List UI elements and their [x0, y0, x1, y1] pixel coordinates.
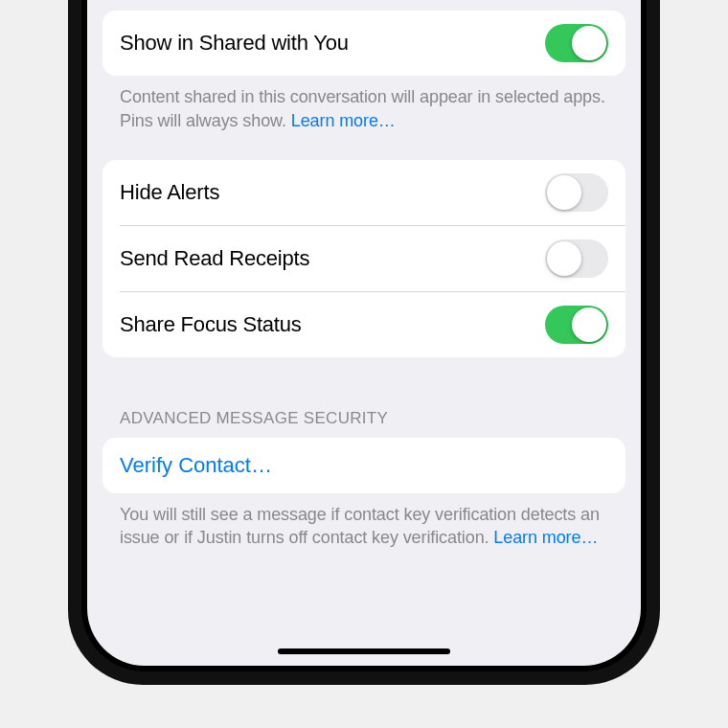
home-indicator[interactable]: [278, 648, 450, 654]
share-focus-status-toggle[interactable]: [545, 306, 608, 344]
send-read-receipts-toggle[interactable]: [545, 239, 608, 278]
share-focus-status-row[interactable]: Share Focus Status: [120, 291, 626, 357]
security-learn-more-link[interactable]: Learn more…: [493, 528, 598, 547]
send-read-receipts-row[interactable]: Send Read Receipts: [120, 225, 626, 291]
shared-with-you-footer: Content shared in this conversation will…: [102, 76, 626, 133]
show-in-shared-with-you-toggle[interactable]: [545, 24, 608, 62]
shared-with-you-learn-more-link[interactable]: Learn more…: [291, 111, 396, 130]
show-in-shared-with-you-row[interactable]: Show in Shared with You: [102, 11, 626, 76]
share-focus-status-label: Share Focus Status: [120, 312, 302, 337]
hide-alerts-label: Hide Alerts: [120, 180, 219, 205]
hide-alerts-toggle[interactable]: [545, 173, 608, 212]
hide-alerts-row[interactable]: Hide Alerts: [102, 160, 626, 225]
toggle-knob: [547, 175, 581, 210]
security-group: Verify Contact…: [102, 438, 626, 493]
advanced-message-security-header: ADVANCED MESSAGE SECURITY: [102, 409, 626, 438]
show-in-shared-with-you-label: Show in Shared with You: [120, 31, 349, 56]
send-read-receipts-label: Send Read Receipts: [120, 246, 309, 271]
toggle-knob: [547, 241, 581, 276]
shared-with-you-group: Show in Shared with You: [102, 11, 626, 76]
phone-bezel: Show in Shared with You Content shared i…: [81, 0, 647, 671]
security-footer: You will still see a message if contact …: [102, 493, 626, 551]
verify-contact-button[interactable]: Verify Contact…: [102, 438, 626, 493]
toggle-knob: [572, 307, 606, 342]
screen: Show in Shared with You Content shared i…: [87, 0, 641, 666]
alerts-group: Hide Alerts Send Read Receipts Share Foc…: [102, 160, 626, 357]
phone-frame: Show in Shared with You Content shared i…: [68, 0, 660, 685]
toggle-knob: [572, 26, 606, 60]
